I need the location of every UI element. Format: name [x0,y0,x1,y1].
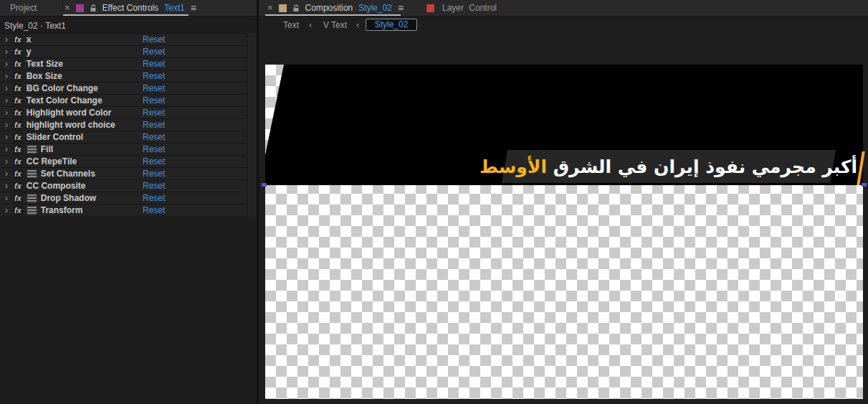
tab-composition[interactable]: × Composition Style_02 ≡ [267,0,404,16]
left-tabbar: Project × Effect Controls Text1 ≡ [0,0,257,17]
expand-chevron-icon[interactable]: › [5,108,11,118]
effect-name: Text Color Change [27,95,102,105]
panel-menu-icon[interactable]: ≡ [398,2,404,14]
fx-toggle-icon[interactable]: fx [13,60,23,69]
scrollbar-gutter[interactable] [247,33,257,217]
fx-toggle-icon[interactable]: fx [13,84,23,93]
effect-row[interactable]: ›fxCC RepeTileReset [0,156,247,168]
tab-divider [62,0,63,16]
reset-link[interactable]: Reset [143,156,165,166]
reset-link[interactable]: Reset [143,71,165,81]
effect-row[interactable]: ›fxSet ChannelsReset [0,168,247,180]
panel-menu-icon[interactable]: ≡ [191,2,196,14]
tab-layer-control[interactable]: Layer Control [426,0,497,16]
reset-link[interactable]: Reset [143,205,165,215]
fx-toggle-icon[interactable]: fx [13,145,23,154]
effect-name: Drop Shadow [41,193,96,203]
fx-toggle-icon[interactable]: fx [13,157,23,166]
layer-handle-right[interactable] [862,183,867,187]
fx-toggle-icon[interactable]: fx [13,47,23,57]
effect-row[interactable]: ›fxSlider ControlReset [0,131,247,144]
breadcrumb-current-comp[interactable]: Style_02 [366,19,417,31]
expand-chevron-icon[interactable]: › [5,156,11,166]
fx-toggle-icon[interactable]: fx [13,72,23,81]
effect-row[interactable]: ›fxCC CompositeReset [0,180,247,192]
expand-chevron-icon[interactable]: › [5,34,11,44]
reset-link[interactable]: Reset [143,47,165,57]
fx-toggle-icon[interactable]: fx [13,35,23,44]
fx-toggle-icon[interactable]: fx [13,108,23,118]
reset-link[interactable]: Reset [143,181,165,191]
expand-chevron-icon[interactable]: › [5,59,11,69]
headline-white: أكبر مجرمي نفوذ إيران في الشرق [553,156,857,177]
reset-link[interactable]: Reset [143,193,165,203]
reset-link[interactable]: Reset [143,59,165,69]
composition-panel: × Composition Style_02 ≡ Layer Control T… [259,0,868,404]
expand-chevron-icon[interactable]: › [5,193,11,203]
reset-link[interactable]: Reset [143,83,165,93]
reset-link[interactable]: Reset [143,132,165,142]
effect-row[interactable]: ›fxDrop ShadowReset [0,192,247,205]
effect-row[interactable]: ›fxBox SizeReset [0,70,247,83]
fx-toggle-icon[interactable]: fx [13,133,23,142]
chevron-left-icon: ‹ [309,19,312,30]
effect-plugin-icon [27,169,37,179]
effect-row[interactable]: ›fxText Color ChangeReset [0,95,247,107]
lock-open-icon[interactable] [90,4,97,12]
close-icon[interactable]: × [267,0,273,16]
reset-link[interactable]: Reset [143,144,165,154]
effect-row[interactable]: ›fxBG Color ChangeReset [0,83,247,95]
tab-effect-controls[interactable]: × Effect Controls Text1 ≡ [65,0,196,16]
expand-chevron-icon[interactable]: › [5,47,11,57]
breadcrumb-v-text[interactable]: V Text [323,20,347,30]
expand-chevron-icon[interactable]: › [5,144,11,154]
chevron-left-icon: ‹ [356,19,359,30]
breadcrumb-text[interactable]: Text [283,20,299,30]
fx-toggle-icon[interactable]: fx [13,194,23,203]
reset-link[interactable]: Reset [143,95,165,105]
effect-plugin-icon [27,194,37,203]
expand-chevron-icon[interactable]: › [5,95,11,105]
effect-row[interactable]: ›fxyReset [0,46,247,58]
reset-link[interactable]: Reset [143,169,165,179]
fx-toggle-icon[interactable]: fx [13,169,23,179]
reset-link[interactable]: Reset [143,120,165,130]
lock-open-icon[interactable] [292,4,300,12]
active-tab-underline [265,14,401,16]
expand-chevron-icon[interactable]: › [5,71,11,81]
expand-chevron-icon[interactable]: › [5,205,11,215]
effect-row[interactable]: ›fxText SizeReset [0,58,247,70]
panel-group-chip-red [426,4,434,12]
effect-name: CC RepeTile [27,156,77,166]
effect-row[interactable]: ›fxFillReset [0,144,247,156]
effect-row[interactable]: ›fxTransformReset [0,205,247,217]
panel-group-chip-purple [76,4,84,12]
composition-title: Composition [305,3,353,13]
effect-name: Text Size [27,59,63,69]
expand-chevron-icon[interactable]: › [5,120,11,130]
lower-third-box[interactable]: أكبر مجرمي نفوذ إيران في الشرق الأوسط [502,150,836,183]
fx-toggle-icon[interactable]: fx [13,96,23,105]
close-icon[interactable]: × [65,0,70,16]
comp-navigator: Text ‹ V Text ‹ Style_02 [259,17,868,34]
expand-chevron-icon[interactable]: › [5,132,11,142]
layer-handle-left[interactable] [262,183,267,187]
effect-row[interactable]: ›fxhighlight word choiceReset [0,119,247,131]
fx-toggle-icon[interactable]: fx [13,206,23,215]
effect-name: x [27,34,32,44]
composition-viewport[interactable]: أكبر مجرمي نفوذ إيران في الشرق الأوسط [265,65,863,399]
active-tab-underline [63,14,189,16]
effect-row[interactable]: ›fxxReset [0,34,247,46]
effect-row[interactable]: ›fxHighlight word ColorReset [0,107,247,119]
fx-toggle-icon[interactable]: fx [13,121,23,130]
fx-toggle-icon[interactable]: fx [13,182,23,191]
reset-link[interactable]: Reset [143,34,165,44]
reset-link[interactable]: Reset [143,108,165,118]
effect-controls-title: Effect Controls [102,3,158,13]
effect-name: Box Size [27,71,62,81]
expand-chevron-icon[interactable]: › [5,83,11,93]
expand-chevron-icon[interactable]: › [5,169,11,179]
effect-controls-target: Text1 [164,3,185,13]
expand-chevron-icon[interactable]: › [5,181,11,191]
tab-project[interactable]: Project [10,0,37,16]
